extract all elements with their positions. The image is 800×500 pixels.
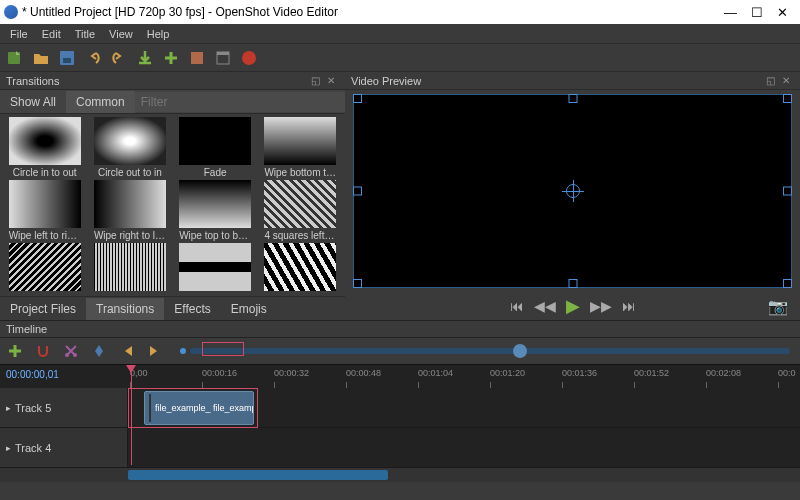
snap-icon[interactable] xyxy=(34,342,52,360)
transition-item[interactable]: Fade xyxy=(174,117,257,178)
play-button[interactable]: ▶ xyxy=(566,295,580,317)
left-tabs: Project FilesTransitionsEffectsEmojis xyxy=(0,296,345,320)
profile-icon[interactable] xyxy=(188,49,206,67)
left-tab[interactable]: Project Files xyxy=(0,298,86,320)
svg-rect-5 xyxy=(217,52,229,55)
timecode: 00:00:00,01 xyxy=(6,369,59,380)
transition-item[interactable]: Wipe bottom to ... xyxy=(259,117,342,178)
razor-icon[interactable] xyxy=(62,342,80,360)
collapse-icon[interactable]: ▸ xyxy=(6,403,11,413)
left-tab[interactable]: Emojis xyxy=(221,298,277,320)
filter-common[interactable]: Common xyxy=(66,91,135,113)
redo-icon[interactable] xyxy=(110,49,128,67)
filter-input[interactable] xyxy=(135,92,345,112)
transform-handle-icon[interactable] xyxy=(783,279,792,288)
transition-item[interactable]: Wipe top to bott... xyxy=(174,180,257,241)
transition-label: 4 squares leftt barr xyxy=(264,230,336,241)
next-marker-icon[interactable] xyxy=(146,342,164,360)
fast-forward-icon[interactable]: ▶▶ xyxy=(590,298,612,314)
transition-item[interactable]: Circle in to out xyxy=(3,117,86,178)
transition-item[interactable]: Wipe right to left xyxy=(88,180,171,241)
zoom-slider[interactable] xyxy=(190,348,790,354)
svg-point-9 xyxy=(180,348,186,354)
menu-view[interactable]: View xyxy=(103,26,139,42)
transition-item[interactable]: 4 squares leftt barr xyxy=(259,180,342,241)
menu-file[interactable]: File xyxy=(4,26,34,42)
timeline-scrollbar[interactable] xyxy=(0,468,800,482)
transition-label: Wipe bottom to ... xyxy=(264,167,336,178)
clip-label: file_example_ file_example_... xyxy=(155,403,254,413)
transition-label: Fade xyxy=(204,167,227,178)
playhead[interactable] xyxy=(131,365,132,465)
left-tab[interactable]: Effects xyxy=(164,298,220,320)
ruler-tick: 00:00:48 xyxy=(346,368,381,378)
save-project-icon[interactable] xyxy=(58,49,76,67)
undock-icon[interactable]: ◱ xyxy=(311,75,323,87)
transition-item[interactable]: Circle out to in xyxy=(88,117,171,178)
transitions-grid: Circle in to outCircle out to inFadeWipe… xyxy=(0,114,345,296)
transform-handle-icon[interactable] xyxy=(568,279,577,288)
undock-icon[interactable]: ◱ xyxy=(766,75,778,87)
jump-end-icon[interactable]: ⏭ xyxy=(622,298,636,314)
transform-handle-icon[interactable] xyxy=(353,94,362,103)
transition-label: Circle in to out xyxy=(13,167,77,178)
video-preview[interactable] xyxy=(353,94,792,288)
ruler-tick: 00:00:32 xyxy=(274,368,309,378)
transform-handle-icon[interactable] xyxy=(783,94,792,103)
video-clip[interactable]: file_example_ file_example_... xyxy=(144,391,254,425)
new-project-icon[interactable] xyxy=(6,49,24,67)
transition-item[interactable] xyxy=(259,243,342,293)
timeline-ruler[interactable]: 00:00:00,01 0,0000:00:1600:00:3200:00:48… xyxy=(0,364,800,388)
close-pane-icon[interactable]: ✕ xyxy=(327,75,339,87)
collapse-icon[interactable]: ▸ xyxy=(6,443,11,453)
import-icon[interactable] xyxy=(136,49,154,67)
prev-marker-icon[interactable] xyxy=(118,342,136,360)
transform-handle-icon[interactable] xyxy=(568,94,577,103)
ruler-tick: 00:00:16 xyxy=(202,368,237,378)
export-icon[interactable] xyxy=(240,49,258,67)
timeline-toolbar xyxy=(0,338,800,364)
minimize-button[interactable]: — xyxy=(724,5,737,20)
track-header[interactable]: ▸Track 4 xyxy=(0,428,128,467)
close-button[interactable]: ✕ xyxy=(777,5,788,20)
app-logo-icon xyxy=(4,5,18,19)
filter-show-all[interactable]: Show All xyxy=(0,91,66,113)
track-body[interactable] xyxy=(128,428,800,467)
timeline-header: Timeline xyxy=(0,320,800,338)
transition-item[interactable] xyxy=(3,243,86,293)
transition-thumb xyxy=(179,243,251,291)
transition-label: Wipe top to bott... xyxy=(179,230,251,241)
transform-handle-icon[interactable] xyxy=(783,187,792,196)
transform-handle-icon[interactable] xyxy=(353,187,362,196)
transition-item[interactable] xyxy=(174,243,257,293)
marker-icon[interactable] xyxy=(90,342,108,360)
transition-item[interactable] xyxy=(88,243,171,293)
ruler-tick: 00:01:04 xyxy=(418,368,453,378)
left-tab[interactable]: Transitions xyxy=(86,298,164,320)
svg-point-6 xyxy=(242,51,256,65)
menu-edit[interactable]: Edit xyxy=(36,26,67,42)
transition-label: Wipe right to left xyxy=(94,230,166,241)
window-title: * Untitled Project [HD 720p 30 fps] - Op… xyxy=(22,5,338,19)
timeline-title: Timeline xyxy=(6,323,47,335)
preview-pane-title: Video Preview xyxy=(351,75,421,87)
close-pane-icon[interactable]: ✕ xyxy=(782,75,794,87)
fullscreen-icon[interactable] xyxy=(214,49,232,67)
add-icon[interactable] xyxy=(162,49,180,67)
menu-title[interactable]: Title xyxy=(69,26,101,42)
transition-item[interactable]: Wipe left to right xyxy=(3,180,86,241)
track-body[interactable]: file_example_ file_example_... xyxy=(128,388,800,427)
track-header[interactable]: ▸Track 5 xyxy=(0,388,128,427)
menu-help[interactable]: Help xyxy=(141,26,176,42)
rewind-icon[interactable]: ◀◀ xyxy=(534,298,556,314)
undo-icon[interactable] xyxy=(84,49,102,67)
maximize-button[interactable]: ☐ xyxy=(751,5,763,20)
transition-thumb xyxy=(9,180,81,228)
add-track-icon[interactable] xyxy=(6,342,24,360)
open-project-icon[interactable] xyxy=(32,49,50,67)
zoom-slider-knob[interactable] xyxy=(513,344,527,358)
jump-start-icon[interactable]: ⏮ xyxy=(510,298,524,314)
transform-handle-icon[interactable] xyxy=(353,279,362,288)
track-name: Track 5 xyxy=(15,402,51,414)
snapshot-icon[interactable]: 📷 xyxy=(768,297,788,316)
